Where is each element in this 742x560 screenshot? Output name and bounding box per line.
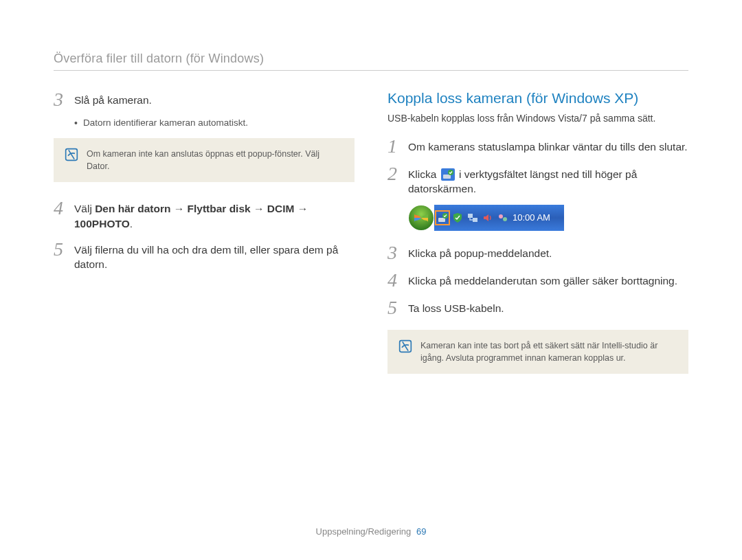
- content-columns: 3 Slå på kameran. Datorn identifierar ka…: [54, 90, 688, 390]
- page-number: 69: [416, 526, 426, 537]
- svg-point-9: [499, 214, 503, 219]
- svg-rect-5: [438, 218, 445, 222]
- network-tray-icon: [467, 212, 478, 223]
- step-4: 4 Välj Den här datorn → Flyttbar disk → …: [54, 199, 355, 231]
- footer-section: Uppspelning/Redigering: [316, 526, 412, 537]
- step-number: 1: [387, 137, 408, 156]
- note-icon: [65, 148, 78, 161]
- taskbar-clock: 10:00 AM: [513, 212, 550, 223]
- step-number: 4: [387, 271, 408, 290]
- system-tray: 10:00 AM: [434, 205, 564, 231]
- r-step-3: 3 Klicka på popup-meddelandet.: [387, 243, 688, 262]
- right-column: Koppla loss kameran (för Windows XP) USB…: [387, 90, 688, 390]
- step-number: 2: [387, 164, 408, 183]
- page-heading: Överföra filer till datorn (för Windows): [54, 52, 688, 70]
- step-number: 3: [54, 90, 74, 109]
- step-text: Klicka på meddelanderutan som gäller säk…: [408, 271, 677, 289]
- step-3-sub-bullet: Datorn identifierar kameran automatiskt.: [74, 117, 355, 128]
- step-3: 3 Slå på kameran.: [54, 90, 355, 109]
- step-text: Välj filerna du vill ha och dra dem till…: [74, 240, 355, 272]
- r-step-1: 1 Om kamerans statuslampa blinkar väntar…: [387, 137, 688, 156]
- note-text: Om kameran inte kan anslutas öppnas ett …: [87, 148, 342, 172]
- section-subtitle: USB-kabeln kopplas loss från Windows Vis…: [387, 112, 688, 126]
- page-footer: Uppspelning/Redigering 69: [0, 526, 742, 537]
- manual-page: Överföra filer till datorn (för Windows)…: [0, 0, 742, 390]
- note-box-right: Kameran kan inte tas bort på ett säkert …: [387, 330, 688, 374]
- step-text: Om kamerans statuslampa blinkar väntar d…: [408, 137, 688, 155]
- safely-remove-hardware-icon: [441, 168, 455, 181]
- svg-point-10: [503, 217, 507, 221]
- svg-rect-8: [473, 218, 477, 222]
- header-rule: [54, 70, 688, 71]
- step-number: 3: [387, 243, 408, 262]
- r-step-2: 2 Klicka i verktygsfältet längst ned til…: [387, 164, 688, 197]
- svg-rect-7: [468, 214, 473, 218]
- note-box-left: Om kameran inte kan anslutas öppnas ett …: [54, 138, 355, 182]
- step-5: 5 Välj filerna du vill ha och dra dem ti…: [54, 240, 355, 272]
- step-text: Klicka på popup-meddelandet.: [408, 243, 552, 261]
- start-button-icon: [408, 205, 434, 231]
- safely-remove-hardware-tray-icon: [437, 212, 448, 223]
- note-icon: [398, 339, 412, 353]
- r-step-4: 4 Klicka på meddelanderutan som gäller s…: [387, 271, 688, 290]
- step-number: 4: [54, 199, 74, 218]
- section-title: Koppla loss kameran (för Windows XP): [387, 90, 688, 107]
- r-step-5: 5 Ta loss USB-kabeln.: [387, 298, 688, 317]
- note-text: Kameran kan inte tas bort på ett säkert …: [420, 339, 676, 364]
- taskbar-screenshot: 10:00 AM: [408, 205, 688, 231]
- generic-tray-icon: [497, 212, 508, 223]
- step-number: 5: [54, 240, 74, 259]
- step-text: Slå på kameran.: [74, 90, 152, 108]
- step-text: Välj Den här datorn → Flyttbar disk → DC…: [74, 199, 355, 231]
- step-text: Ta loss USB-kabeln.: [408, 298, 504, 316]
- step-number: 5: [387, 298, 408, 317]
- step-text: Klicka i verktygsfältet längst ned till …: [408, 164, 688, 197]
- shield-tray-icon: [452, 212, 463, 223]
- svg-rect-2: [443, 175, 451, 179]
- left-column: 3 Slå på kameran. Datorn identifierar ka…: [54, 90, 355, 390]
- volume-tray-icon: [482, 212, 493, 223]
